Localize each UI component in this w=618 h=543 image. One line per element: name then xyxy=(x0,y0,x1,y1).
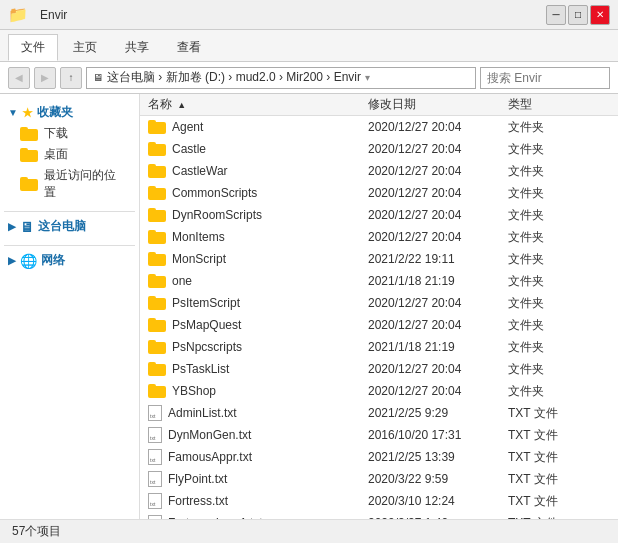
divider-2 xyxy=(4,245,135,246)
table-row[interactable]: YBShop 2020/12/27 20:04 文件夹 xyxy=(140,380,618,402)
sidebar-favorites-title[interactable]: ▼ ★ 收藏夹 xyxy=(4,102,135,123)
col-header-type[interactable]: 类型 xyxy=(508,96,588,113)
title-bar: 📁 Envir ─ □ ✕ xyxy=(0,0,618,30)
folder-icon xyxy=(148,142,166,156)
table-row[interactable]: Castle 2020/12/27 20:04 文件夹 xyxy=(140,138,618,160)
table-row[interactable]: Fortress-hero1.txt 2020/2/27 1:40 TXT 文件 xyxy=(140,512,618,519)
file-name-cell: one xyxy=(148,274,368,288)
file-name-cell: DynMonGen.txt xyxy=(148,427,368,443)
file-name-text: PsTaskList xyxy=(172,362,229,376)
sidebar-item-recent[interactable]: 最近访问的位置 xyxy=(4,165,135,203)
table-row[interactable]: CastleWar 2020/12/27 20:04 文件夹 xyxy=(140,160,618,182)
file-name-cell: PsTaskList xyxy=(148,362,368,376)
col-header-date[interactable]: 修改日期 xyxy=(368,96,508,113)
table-row[interactable]: PsMapQuest 2020/12/27 20:04 文件夹 xyxy=(140,314,618,336)
table-row[interactable]: PsNpcscripts 2021/1/18 21:19 文件夹 xyxy=(140,336,618,358)
file-name-cell: PsMapQuest xyxy=(148,318,368,332)
file-name-text: CommonScripts xyxy=(172,186,257,200)
table-row[interactable]: MonScript 2021/2/22 19:11 文件夹 xyxy=(140,248,618,270)
file-type-cell: TXT 文件 xyxy=(508,493,588,510)
file-name-text: FlyPoint.txt xyxy=(168,472,227,486)
item-count: 57个项目 xyxy=(12,523,61,540)
file-name-text: MonItems xyxy=(172,230,225,244)
sidebar-network-title[interactable]: ▶ 🌐 网络 xyxy=(4,250,135,271)
up-button[interactable]: ↑ xyxy=(60,67,82,89)
main-layout: ▼ ★ 收藏夹 下载 桌面 最近访问的位置 ▶ 🖥 这台电脑 xyxy=(0,94,618,519)
file-date-cell: 2020/12/27 20:04 xyxy=(368,164,508,178)
table-row[interactable]: DynMonGen.txt 2016/10/20 17:31 TXT 文件 xyxy=(140,424,618,446)
table-row[interactable]: one 2021/1/18 21:19 文件夹 xyxy=(140,270,618,292)
folder-icon xyxy=(148,340,166,354)
file-name-cell: FamousAppr.txt xyxy=(148,449,368,465)
sidebar-item-desktop[interactable]: 桌面 xyxy=(4,144,135,165)
sidebar-thispc-title[interactable]: ▶ 🖥 这台电脑 xyxy=(4,216,135,237)
sidebar: ▼ ★ 收藏夹 下载 桌面 最近访问的位置 ▶ 🖥 这台电脑 xyxy=(0,94,140,519)
txt-icon xyxy=(148,449,162,465)
file-type-cell: 文件夹 xyxy=(508,185,588,202)
tab-share[interactable]: 共享 xyxy=(112,34,162,61)
file-name-text: FamousAppr.txt xyxy=(168,450,252,464)
status-bar: 57个项目 xyxy=(0,519,618,543)
table-row[interactable]: FlyPoint.txt 2020/3/22 9:59 TXT 文件 xyxy=(140,468,618,490)
back-button[interactable]: ◀ xyxy=(8,67,30,89)
window-title: Envir xyxy=(40,8,67,22)
search-input[interactable] xyxy=(480,67,610,89)
folder-icon xyxy=(148,296,166,310)
file-name-text: YBShop xyxy=(172,384,216,398)
folder-icon xyxy=(20,148,38,162)
sort-arrow: ▲ xyxy=(177,100,186,110)
table-row[interactable]: Fortress.txt 2020/3/10 12:24 TXT 文件 xyxy=(140,490,618,512)
file-date-cell: 2020/12/27 20:04 xyxy=(368,186,508,200)
file-name-cell: MonScript xyxy=(148,252,368,266)
maximize-button[interactable]: □ xyxy=(568,5,588,25)
tab-home[interactable]: 主页 xyxy=(60,34,110,61)
file-date-cell: 2020/12/27 20:04 xyxy=(368,362,508,376)
folder-icon xyxy=(20,127,38,141)
txt-icon xyxy=(148,405,162,421)
file-name-cell: Agent xyxy=(148,120,368,134)
table-row[interactable]: CommonScripts 2020/12/27 20:04 文件夹 xyxy=(140,182,618,204)
file-name-cell: Fortress.txt xyxy=(148,493,368,509)
file-name-text: CastleWar xyxy=(172,164,228,178)
folder-icon xyxy=(148,120,166,134)
file-type-cell: 文件夹 xyxy=(508,361,588,378)
chevron-down-icon: ▼ xyxy=(8,107,18,118)
folder-icon xyxy=(148,362,166,376)
file-name-cell: AdminList.txt xyxy=(148,405,368,421)
forward-button[interactable]: ▶ xyxy=(34,67,56,89)
table-row[interactable]: FamousAppr.txt 2021/2/25 13:39 TXT 文件 xyxy=(140,446,618,468)
file-date-cell: 2021/2/25 9:29 xyxy=(368,406,508,420)
folder-icon xyxy=(148,230,166,244)
table-row[interactable]: PsItemScript 2020/12/27 20:04 文件夹 xyxy=(140,292,618,314)
file-date-cell: 2020/3/10 12:24 xyxy=(368,494,508,508)
file-name-text: DynRoomScripts xyxy=(172,208,262,222)
table-row[interactable]: AdminList.txt 2021/2/25 9:29 TXT 文件 xyxy=(140,402,618,424)
file-name-cell: YBShop xyxy=(148,384,368,398)
file-name-text: DynMonGen.txt xyxy=(168,428,251,442)
file-type-cell: TXT 文件 xyxy=(508,449,588,466)
table-row[interactable]: MonItems 2020/12/27 20:04 文件夹 xyxy=(140,226,618,248)
col-header-name[interactable]: 名称 ▲ xyxy=(148,96,368,113)
txt-icon xyxy=(148,471,162,487)
file-name-text: Agent xyxy=(172,120,203,134)
table-row[interactable]: DynRoomScripts 2020/12/27 20:04 文件夹 xyxy=(140,204,618,226)
file-type-cell: 文件夹 xyxy=(508,273,588,290)
file-type-cell: 文件夹 xyxy=(508,251,588,268)
breadcrumb[interactable]: 🖥 这台电脑 › 新加卷 (D:) › mud2.0 › Mir200 › En… xyxy=(86,67,476,89)
minimize-button[interactable]: ─ xyxy=(546,5,566,25)
folder-icon xyxy=(148,186,166,200)
file-type-cell: TXT 文件 xyxy=(508,515,588,520)
ribbon-tabs: 文件 主页 共享 查看 xyxy=(0,30,618,61)
table-row[interactable]: PsTaskList 2020/12/27 20:04 文件夹 xyxy=(140,358,618,380)
close-button[interactable]: ✕ xyxy=(590,5,610,25)
file-type-cell: TXT 文件 xyxy=(508,427,588,444)
file-name-text: MonScript xyxy=(172,252,226,266)
file-type-cell: 文件夹 xyxy=(508,119,588,136)
file-date-cell: 2020/2/27 1:40 xyxy=(368,516,508,519)
tab-file[interactable]: 文件 xyxy=(8,34,58,61)
tab-view[interactable]: 查看 xyxy=(164,34,214,61)
file-date-cell: 2021/1/18 21:19 xyxy=(368,274,508,288)
sidebar-item-downloads[interactable]: 下载 xyxy=(4,123,135,144)
table-row[interactable]: Agent 2020/12/27 20:04 文件夹 xyxy=(140,116,618,138)
chevron-right-icon: ▶ xyxy=(8,221,16,232)
